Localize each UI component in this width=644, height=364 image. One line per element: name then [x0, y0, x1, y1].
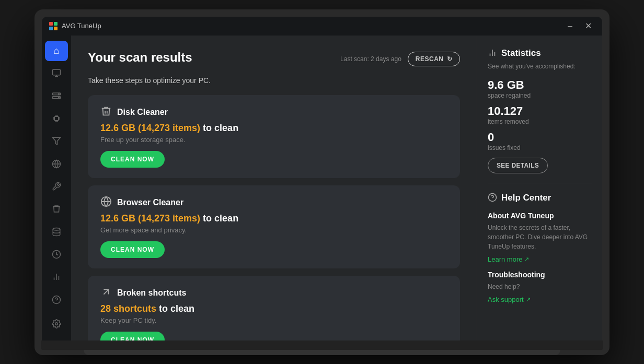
learn-more-label: Learn more — [488, 255, 522, 263]
rescan-button[interactable]: RESCAN ↻ — [408, 52, 460, 66]
content-area: Your scan results Last scan: 2 days ago … — [71, 36, 477, 340]
svg-line-17 — [104, 289, 108, 294]
svg-marker-6 — [53, 138, 61, 145]
sidebar-item-globe[interactable] — [45, 154, 68, 174]
close-button[interactable]: ✕ — [582, 21, 595, 31]
disk-cleaner-card: Disk Cleaner 12.6 GB (14,273 items) to c… — [88, 95, 460, 178]
see-details-button[interactable]: SEE DETAILS — [488, 158, 548, 173]
page-subtitle: Take these steps to optimize your PC. — [88, 76, 460, 85]
sidebar-item-filter[interactable] — [45, 131, 68, 151]
help-item-troubleshooting: Troubleshooting Need help? Ask support ↗ — [488, 271, 592, 303]
minimize-button[interactable]: – — [565, 21, 576, 31]
broken-shortcuts-card: Broken shortcuts 28 shortcuts to clean K… — [88, 276, 460, 340]
help-center-title: Help Center — [501, 193, 551, 203]
disk-cleaner-button[interactable]: CLEAN NOW — [100, 151, 165, 168]
app-title: AVG TuneUp — [62, 22, 560, 30]
ask-support-label: Ask support — [488, 296, 524, 303]
sidebar-item-help[interactable] — [45, 289, 68, 310]
learn-more-link[interactable]: Learn more ↗ — [488, 255, 592, 263]
stat-space-label: space regained — [488, 92, 592, 99]
sidebar: ⌂ — [42, 36, 71, 340]
svg-rect-5 — [54, 116, 59, 121]
sidebar-item-clean[interactable] — [45, 199, 68, 219]
sidebar-item-chip[interactable] — [45, 108, 68, 128]
panel-divider — [488, 183, 592, 183]
title-bar: AVG TuneUp – ✕ — [42, 17, 602, 36]
broken-shortcuts-amount: 28 shortcuts to clean — [100, 303, 447, 314]
help-about-title: About AVG Tuneup — [488, 212, 592, 220]
last-scan-text: Last scan: 2 days ago — [340, 55, 401, 63]
browser-cleaner-title: Browser Cleaner — [117, 198, 183, 207]
ask-support-icon: ↗ — [526, 296, 531, 303]
help-center-icon — [488, 193, 497, 205]
app-logo — [49, 22, 58, 30]
browser-cleaner-icon — [100, 196, 112, 210]
broken-shortcuts-title: Broken shortcuts — [117, 288, 186, 298]
rescan-label: RESCAN — [416, 55, 444, 63]
statistics-title: Statistics — [501, 48, 541, 58]
broken-shortcuts-desc: Keep your PC tidy. — [100, 316, 447, 324]
browser-cleaner-card: Browser Cleaner 12.6 GB (14,273 items) t… — [88, 185, 460, 268]
stat-items-value: 10.127 — [488, 104, 592, 118]
stat-issues-label: issues fixed — [488, 144, 592, 151]
help-item-about: About AVG Tuneup Unlock the secrets of a… — [488, 212, 592, 263]
broken-shortcuts-button[interactable]: CLEAN NOW — [100, 332, 165, 340]
window-controls: – ✕ — [565, 21, 595, 31]
sidebar-item-tools[interactable] — [45, 176, 68, 196]
svg-point-15 — [55, 322, 58, 325]
ask-support-link[interactable]: Ask support ↗ — [488, 296, 592, 303]
svg-point-8 — [53, 228, 60, 230]
browser-cleaner-desc: Get more space and privacy. — [100, 226, 447, 234]
sidebar-item-storage[interactable] — [45, 86, 68, 106]
learn-more-icon: ↗ — [524, 256, 529, 263]
svg-point-3 — [59, 93, 60, 95]
right-panel: Statistics See what you've accomplished:… — [477, 36, 602, 340]
disk-cleaner-desc: Free up your storage space. — [100, 136, 447, 144]
stat-issues-value: 0 — [488, 131, 592, 144]
sidebar-item-monitor[interactable] — [45, 63, 68, 84]
rescan-icon: ↻ — [447, 55, 453, 63]
disk-cleaner-amount: 12.6 GB (14,273 items) to clean — [100, 123, 447, 134]
sidebar-item-stats[interactable] — [45, 267, 68, 287]
sidebar-item-database[interactable] — [45, 221, 68, 242]
svg-rect-0 — [53, 70, 61, 76]
sidebar-item-settings[interactable] — [45, 312, 68, 335]
stat-space-value: 9.6 GB — [488, 78, 592, 92]
stat-items-label: items removed — [488, 118, 592, 125]
sidebar-item-history[interactable] — [45, 244, 68, 264]
sidebar-item-home[interactable]: ⌂ — [45, 41, 68, 61]
statistics-icon — [488, 48, 497, 60]
svg-point-4 — [59, 97, 60, 98]
page-title: Your scan results — [88, 50, 192, 65]
browser-cleaner-button[interactable]: CLEAN NOW — [100, 241, 165, 258]
help-trouble-title: Troubleshooting — [488, 271, 592, 279]
browser-cleaner-amount: 12.6 GB (14,273 items) to clean — [100, 213, 447, 224]
statistics-subtitle: See what you've accomplished: — [488, 63, 592, 70]
help-about-desc: Unlock the secrets of a faster, smoother… — [488, 223, 592, 251]
disk-cleaner-title: Disk Cleaner — [117, 108, 168, 117]
scan-header: Your scan results Last scan: 2 days ago … — [88, 50, 460, 68]
broken-shortcuts-icon — [100, 286, 112, 300]
disk-cleaner-icon — [100, 105, 112, 120]
help-trouble-desc: Need help? — [488, 282, 592, 291]
